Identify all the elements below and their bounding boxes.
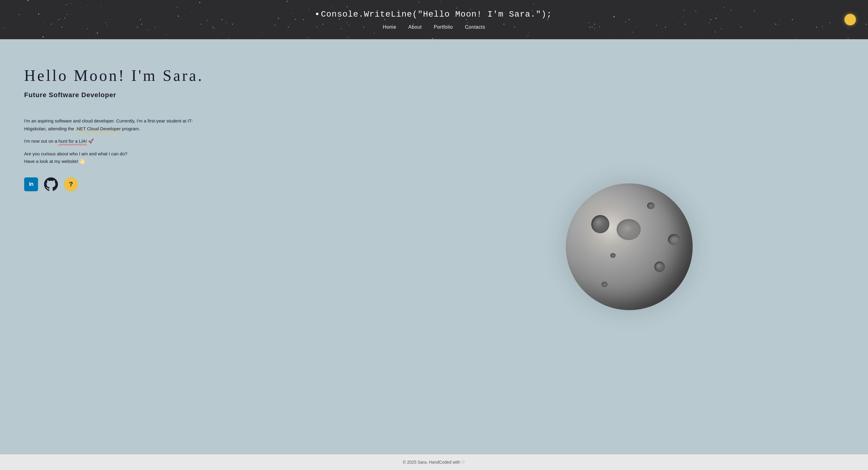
moon-crater-2: [610, 253, 616, 258]
site-title: Console.WriteLine("Hello Moon! I'm Sara.…: [316, 10, 552, 19]
hero-text-block: Hello Moon! I'm Sara. Future Software De…: [24, 57, 205, 191]
description-para2: I'm now out on a hunt for a LIA! 🚀: [24, 137, 205, 145]
moon-crater-5: [617, 219, 641, 240]
description-para3: Are you curious about who I am and what …: [24, 150, 205, 165]
linkedin-button[interactable]: in: [24, 177, 38, 191]
theme-toggle-icon[interactable]: [844, 14, 856, 25]
nav-about[interactable]: About: [408, 25, 422, 30]
social-links: in ?: [24, 177, 205, 191]
star-overlay: [0, 0, 868, 39]
moon-crater-3: [668, 234, 680, 245]
nav-home[interactable]: Home: [383, 25, 396, 30]
moon-crater-1: [647, 202, 655, 209]
question-button[interactable]: ?: [64, 177, 78, 191]
moon-crater-4: [601, 282, 608, 287]
lia-text: hunt for a LIA!: [59, 138, 87, 144]
description-para1: I'm an aspiring software and cloud devel…: [24, 117, 205, 132]
net-cloud-link[interactable]: .NET Cloud Developer: [75, 126, 121, 131]
hero-heading: Hello Moon! I'm Sara.: [24, 66, 205, 85]
footer-text: © 2025 Sara. HandCoded with ♡: [403, 460, 465, 465]
hero-subheading: Future Software Developer: [24, 91, 205, 99]
main-content: Hello Moon! I'm Sara. Future Software De…: [0, 39, 868, 454]
nav-contacts[interactable]: Contacts: [465, 25, 485, 30]
title-dot: [316, 13, 318, 15]
moon-image-container: [391, 39, 868, 454]
site-footer: © 2025 Sara. HandCoded with ♡: [0, 454, 868, 470]
github-button[interactable]: [44, 177, 58, 191]
site-header: Console.WriteLine("Hello Moon! I'm Sara.…: [0, 0, 868, 39]
main-nav: Home About Portfolio Contacts: [383, 25, 485, 30]
moon-sphere: [566, 183, 693, 310]
nav-portfolio[interactable]: Portfolio: [434, 25, 453, 30]
